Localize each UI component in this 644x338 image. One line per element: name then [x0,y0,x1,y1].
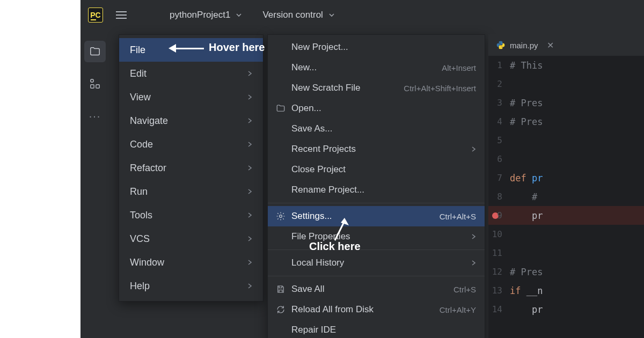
line-number: 2 [488,79,510,89]
editor-tab-name: main.py [510,41,538,50]
menu-item-tools[interactable]: Tools [119,203,263,227]
hover-arrow-head [169,44,176,53]
menu-item-label: New... [291,62,436,73]
menu-item-label: Run [130,186,148,197]
file-menu-reload-all-from-disk[interactable]: Reload All from DiskCtrl+Alt+Y [268,299,485,320]
menu-item-refactor[interactable]: Refactor [119,156,263,180]
menu-item-file[interactable]: File [119,38,263,62]
svg-rect-2 [96,85,99,88]
code-line[interactable]: 10 [488,225,644,244]
ide-window: PC pythonProject1 Version control ··· [80,0,644,338]
menu-item-navigate[interactable]: Navigate [119,109,263,133]
version-control-dropdown[interactable]: Version control [257,6,340,24]
menu-item-label: Settings... [291,211,434,222]
chevron-right-icon [247,93,252,101]
menu-item-label: Save All [291,284,448,295]
project-dropdown[interactable]: pythonProject1 [164,6,247,24]
file-menu-file-properties[interactable]: File Properties [268,226,485,247]
code-line[interactable]: 14 pr [488,300,644,319]
menu-shortcut: Ctrl+Alt+Shift+Insert [404,84,476,93]
menu-item-label: VCS [130,233,150,245]
file-menu-new-scratch-file[interactable]: New Scratch FileCtrl+Alt+Shift+Insert [268,78,485,98]
code-line[interactable]: 6 [488,150,644,168]
editor-area: main.py ✕ 1# This23# Pres4# Pres567def p… [488,34,644,338]
left-tool-rail: ··· [80,30,109,338]
chevron-right-icon [247,141,252,148]
chevron-right-icon [247,282,252,290]
menu-item-label: View [130,92,151,103]
menu-item-edit[interactable]: Edit [119,62,263,85]
hamburger-menu-icon[interactable] [113,8,130,22]
chevron-right-icon [247,188,252,195]
line-number: 1 [488,60,510,70]
code-text: # [510,192,537,202]
structure-tool-button[interactable] [84,73,106,94]
menu-item-label: Reload All from Disk [291,304,434,315]
file-menu-new[interactable]: New...Alt+Insert [268,57,485,78]
file-menu-save-as[interactable]: Save As... [268,119,485,139]
chevron-down-icon [328,12,335,18]
menu-separator [268,276,485,276]
ellipsis-icon: ··· [89,110,101,122]
chevron-right-icon [247,70,252,77]
menu-item-run[interactable]: Run [119,180,263,203]
chevron-right-icon [471,259,476,267]
code-text: pr [510,304,543,315]
menu-item-label: Repair IDE [291,325,476,335]
project-name: pythonProject1 [170,10,230,20]
folder-icon [89,46,101,57]
menu-item-help[interactable]: Help [119,274,263,298]
svg-point-3 [280,215,282,218]
file-menu-recent-projects[interactable]: Recent Projects [268,139,485,159]
code-line[interactable]: 8 # [488,187,644,206]
file-menu-open[interactable]: Open... [268,98,485,119]
menu-item-window[interactable]: Window [119,251,263,274]
file-menu-local-history[interactable]: Local History [268,253,485,273]
menu-item-label: File [130,45,145,56]
code-line[interactable]: 4# Pres [488,112,644,131]
code-line[interactable]: 11 [488,244,644,262]
menu-item-label: Refactor [130,163,166,174]
close-icon[interactable]: ✕ [547,40,554,50]
menu-item-vcs[interactable]: VCS [119,227,263,251]
code-line[interactable]: 1# This [488,56,644,75]
code-body[interactable]: 1# This23# Pres4# Pres567def pr8 #9 pr10… [488,56,644,319]
code-line[interactable]: 3# Pres [488,93,644,112]
file-menu-repair-ide[interactable]: Repair IDE [268,320,485,338]
version-control-label: Version control [262,10,323,20]
code-line[interactable]: 7def pr [488,168,644,187]
menu-shortcut: Alt+Insert [442,63,476,72]
editor-tab[interactable]: main.py ✕ [488,34,644,56]
code-line[interactable]: 2 [488,75,644,93]
more-tools-button[interactable]: ··· [84,105,106,127]
line-number: 13 [488,285,510,296]
code-line[interactable]: 13if __n [488,281,644,300]
menu-separator [268,249,485,250]
file-menu-close-project[interactable]: Close Project [268,159,485,180]
chevron-right-icon [247,259,252,266]
project-tool-button[interactable] [84,41,106,62]
code-text: # This [510,60,543,71]
file-menu-rename-project[interactable]: Rename Project... [268,180,485,200]
chevron-right-icon [471,145,476,153]
menu-shortcut: Ctrl+Alt+S [440,212,476,221]
menu-item-label: New Project... [291,42,476,53]
code-text: # Pres [510,116,543,127]
menu-item-code[interactable]: Code [119,133,263,156]
code-line[interactable]: 9 pr [488,206,644,225]
reload-icon [275,305,286,314]
code-line[interactable]: 5 [488,131,644,150]
file-menu-save-all[interactable]: Save AllCtrl+S [268,279,485,299]
code-line[interactable]: 12# Pres [488,262,644,281]
structure-icon [89,78,101,90]
file-menu-settings[interactable]: Settings...Ctrl+Alt+S [268,206,485,226]
menu-item-label: Recent Projects [291,144,465,155]
file-menu-new-project[interactable]: New Project... [268,37,485,57]
chevron-down-icon [236,12,242,18]
menu-item-view[interactable]: View [119,85,263,109]
line-number: 5 [488,135,510,145]
menu-item-label: Open... [291,103,476,114]
menu-separator [268,203,485,203]
pycharm-app-icon: PC [88,8,103,23]
hover-arrow-line [175,48,204,49]
